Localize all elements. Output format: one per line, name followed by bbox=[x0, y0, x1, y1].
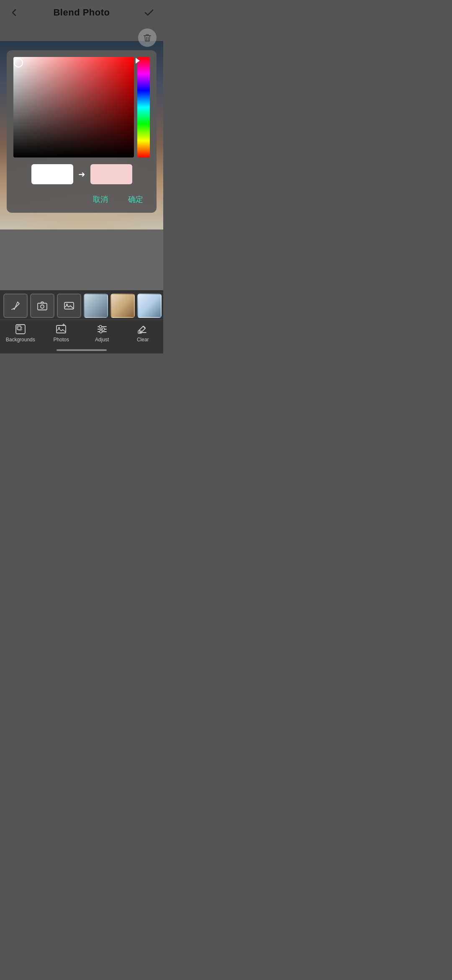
sv-cursor[interactable] bbox=[14, 58, 23, 67]
thumbnail-3[interactable] bbox=[137, 294, 162, 318]
color-picker-body bbox=[13, 57, 150, 157]
nav-row: Backgrounds Photos bbox=[0, 320, 163, 349]
nav-photos[interactable]: Photos bbox=[46, 323, 76, 343]
thumbnail-row bbox=[0, 290, 163, 320]
saturation-value-area[interactable] bbox=[13, 57, 134, 157]
svg-rect-7 bbox=[56, 325, 66, 333]
adjust-label: Adjust bbox=[95, 337, 109, 343]
svg-point-14 bbox=[100, 330, 102, 333]
eyedropper-button[interactable] bbox=[3, 294, 28, 318]
camera-button[interactable] bbox=[30, 294, 54, 318]
gallery-button[interactable] bbox=[57, 294, 81, 318]
home-indicator bbox=[56, 349, 107, 351]
svg-point-1 bbox=[41, 305, 44, 308]
bottom-toolbar: Backgrounds Photos bbox=[0, 290, 163, 353]
nav-adjust[interactable]: Adjust bbox=[87, 323, 117, 343]
hue-cursor bbox=[136, 58, 140, 64]
nav-clear[interactable]: Clear bbox=[128, 323, 157, 343]
svg-rect-2 bbox=[64, 302, 74, 309]
thumbnail-1[interactable] bbox=[84, 294, 108, 318]
cancel-button[interactable]: 取消 bbox=[90, 193, 111, 206]
dialog-buttons: 取消 确定 bbox=[13, 193, 150, 206]
backgrounds-icon bbox=[15, 323, 26, 335]
nav-backgrounds[interactable]: Backgrounds bbox=[6, 323, 35, 343]
color-swatch-before[interactable] bbox=[31, 164, 73, 184]
adjust-icon bbox=[96, 323, 108, 335]
color-preview-row: ➜ bbox=[13, 164, 150, 184]
clear-label: Clear bbox=[137, 337, 149, 343]
delete-button[interactable] bbox=[138, 28, 157, 47]
confirm-button[interactable]: 确定 bbox=[125, 193, 146, 206]
svg-point-3 bbox=[66, 304, 68, 305]
svg-point-13 bbox=[102, 328, 105, 330]
arrow-icon: ➜ bbox=[78, 169, 85, 179]
svg-rect-0 bbox=[38, 303, 47, 310]
header: Blend Photo bbox=[0, 0, 163, 25]
hue-bar[interactable] bbox=[137, 57, 150, 157]
photos-label: Photos bbox=[54, 337, 69, 343]
back-button[interactable] bbox=[8, 6, 21, 19]
page-title: Blend Photo bbox=[53, 7, 110, 18]
svg-point-8 bbox=[58, 327, 60, 329]
thumbnail-2[interactable] bbox=[110, 294, 135, 318]
backgrounds-label: Backgrounds bbox=[6, 337, 35, 343]
confirm-button[interactable] bbox=[142, 6, 156, 19]
color-swatch-after[interactable] bbox=[90, 164, 132, 184]
clear-icon bbox=[137, 323, 149, 335]
color-picker-dialog: ➜ 取消 确定 bbox=[7, 50, 157, 213]
photos-icon bbox=[55, 323, 67, 335]
svg-point-12 bbox=[99, 325, 102, 328]
